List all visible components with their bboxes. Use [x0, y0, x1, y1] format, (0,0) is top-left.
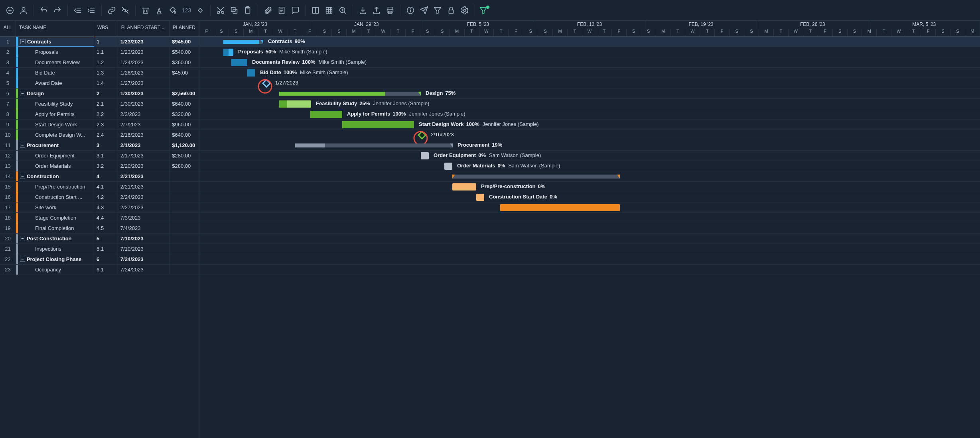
collapse-icon[interactable]: −: [20, 174, 25, 179]
task-bar[interactable]: [476, 194, 484, 201]
collapse-icon[interactable]: −: [20, 236, 25, 241]
gantt-row[interactable]: 2/16/2023: [199, 130, 980, 140]
task-name-cell[interactable]: Proposals: [16, 47, 94, 57]
table-row[interactable]: 6−Design21/30/2023$2,560.00: [0, 88, 199, 99]
task-name-cell[interactable]: Order Materials: [16, 161, 94, 171]
gantt-row[interactable]: Design75%: [199, 88, 980, 99]
table-row[interactable]: 22−Project Closing Phase67/24/2023: [0, 254, 199, 265]
task-name-cell[interactable]: Start Design Work: [16, 120, 94, 130]
cut-button[interactable]: [215, 4, 227, 16]
gantt-row[interactable]: Contracts90%: [199, 37, 980, 47]
task-bar[interactable]: [231, 59, 247, 66]
task-name-cell[interactable]: Stage Completion: [16, 213, 94, 223]
milestone-icon[interactable]: [262, 79, 271, 88]
collapse-icon[interactable]: −: [20, 91, 25, 96]
outdent-button[interactable]: [72, 4, 84, 16]
notes-button[interactable]: [276, 4, 288, 16]
task-name-cell[interactable]: Prep/Pre-construction: [16, 182, 94, 192]
delete-button[interactable]: [140, 4, 152, 16]
filter-button[interactable]: [432, 4, 444, 16]
gantt-row[interactable]: Start Design Work100%Jennifer Jones (Sam…: [199, 120, 980, 130]
task-name-cell[interactable]: −Contracts: [16, 37, 94, 47]
task-name-cell[interactable]: Inspections: [16, 244, 94, 254]
task-name-cell[interactable]: Occupancy: [16, 265, 94, 275]
table-row[interactable]: 4Bid Date1.31/26/2023$45.00: [0, 68, 199, 78]
collapse-icon[interactable]: −: [20, 257, 25, 262]
autonumber-label[interactable]: 123: [180, 7, 193, 14]
lock-button[interactable]: [445, 4, 457, 16]
gantt-row[interactable]: [199, 244, 980, 254]
collapse-icon[interactable]: −: [20, 143, 25, 148]
milestone-icon[interactable]: [418, 131, 427, 140]
gantt-chart[interactable]: JAN, 22 '23JAN, 29 '23FEB, 5 '23FEB, 12 …: [199, 21, 980, 438]
table-row[interactable]: 18Stage Completion4.47/3/2023: [0, 213, 199, 223]
task-name-cell[interactable]: −Project Closing Phase: [16, 254, 94, 264]
task-bar[interactable]: [247, 69, 255, 77]
comment-button[interactable]: [289, 4, 301, 16]
task-name-cell[interactable]: Feasibility Study: [16, 99, 94, 109]
gantt-row[interactable]: 1/27/2023: [199, 78, 980, 88]
print-button[interactable]: [384, 4, 396, 16]
task-bar[interactable]: [279, 100, 311, 108]
table-row[interactable]: 2Proposals1.11/23/2023$540.00: [0, 47, 199, 57]
task-bar[interactable]: [500, 204, 620, 211]
table-row[interactable]: 20−Post Construction57/10/2023: [0, 234, 199, 244]
gantt-row[interactable]: Procurement19%: [199, 140, 980, 151]
table-row[interactable]: 14−Construction42/21/2023: [0, 171, 199, 182]
redo-button[interactable]: [51, 4, 63, 16]
copy-button[interactable]: [228, 4, 240, 16]
task-name-cell[interactable]: Bid Date: [16, 68, 94, 78]
milestone-button[interactable]: [194, 4, 206, 16]
task-name-cell[interactable]: Award Date: [16, 78, 94, 88]
gantt-row[interactable]: Order Materials0%Sam Watson (Sample): [199, 161, 980, 171]
table-row[interactable]: 21Inspections5.17/10/2023: [0, 244, 199, 254]
summary-bar[interactable]: [279, 92, 421, 96]
fillcolor-button[interactable]: [167, 4, 179, 16]
table-row[interactable]: 16Construction Start ...4.22/24/2023: [0, 192, 199, 202]
link-button[interactable]: [106, 4, 118, 16]
gantt-row[interactable]: [199, 234, 980, 244]
gantt-row[interactable]: Order Equipment0%Sam Watson (Sample): [199, 151, 980, 161]
task-bar[interactable]: [342, 121, 414, 128]
table-row[interactable]: 23Occupancy6.17/24/2023: [0, 265, 199, 275]
task-name-cell[interactable]: Site work: [16, 202, 94, 212]
table-row[interactable]: 19Final Completion4.57/4/2023: [0, 223, 199, 234]
undo-button[interactable]: [38, 4, 50, 16]
summary-bar[interactable]: [452, 175, 620, 179]
unlink-button[interactable]: [119, 4, 131, 16]
task-name-cell[interactable]: Construction Start ...: [16, 192, 94, 202]
table-row[interactable]: 17Site work4.32/27/2023: [0, 202, 199, 213]
gantt-row[interactable]: [199, 265, 980, 275]
task-name-cell[interactable]: −Construction: [16, 171, 94, 181]
summary-bar[interactable]: [295, 143, 453, 147]
task-name-cell[interactable]: Final Completion: [16, 223, 94, 233]
columns-button[interactable]: [310, 4, 321, 16]
task-bar[interactable]: [452, 183, 476, 191]
import-button[interactable]: [357, 4, 369, 16]
table-row[interactable]: 9Start Design Work2.32/7/2023$960.00: [0, 120, 199, 130]
task-name-cell[interactable]: −Procurement: [16, 140, 94, 150]
gantt-row[interactable]: [199, 213, 980, 223]
gantt-row[interactable]: Prep/Pre-construction0%: [199, 182, 980, 192]
table-row[interactable]: 15Prep/Pre-construction4.12/21/2023: [0, 182, 199, 192]
task-name-cell[interactable]: Order Equipment: [16, 151, 94, 161]
zoom-button[interactable]: [337, 4, 349, 16]
col-header-all[interactable]: ALL: [0, 21, 16, 36]
task-name-cell[interactable]: Apply for Permits: [16, 109, 94, 119]
add-resource-button[interactable]: [18, 4, 30, 16]
table-row[interactable]: 5Award Date1.41/27/2023: [0, 78, 199, 88]
task-bar[interactable]: [444, 163, 452, 170]
task-bar[interactable]: [421, 152, 429, 159]
task-bar[interactable]: [223, 49, 233, 56]
add-task-button[interactable]: [4, 4, 16, 16]
table-row[interactable]: 3Documents Review1.21/24/2023$360.00: [0, 57, 199, 68]
task-name-cell[interactable]: Documents Review: [16, 57, 94, 67]
info-button[interactable]: [404, 4, 416, 16]
active-filter-button[interactable]: [479, 4, 491, 16]
summary-bar[interactable]: [223, 40, 263, 44]
col-header-name[interactable]: TASK NAME: [16, 21, 94, 36]
attachment-button[interactable]: [262, 4, 274, 16]
task-name-cell[interactable]: −Post Construction: [16, 234, 94, 244]
task-name-cell[interactable]: Complete Design W...: [16, 130, 94, 140]
table-row[interactable]: 8Apply for Permits2.22/3/2023$320.00: [0, 109, 199, 120]
